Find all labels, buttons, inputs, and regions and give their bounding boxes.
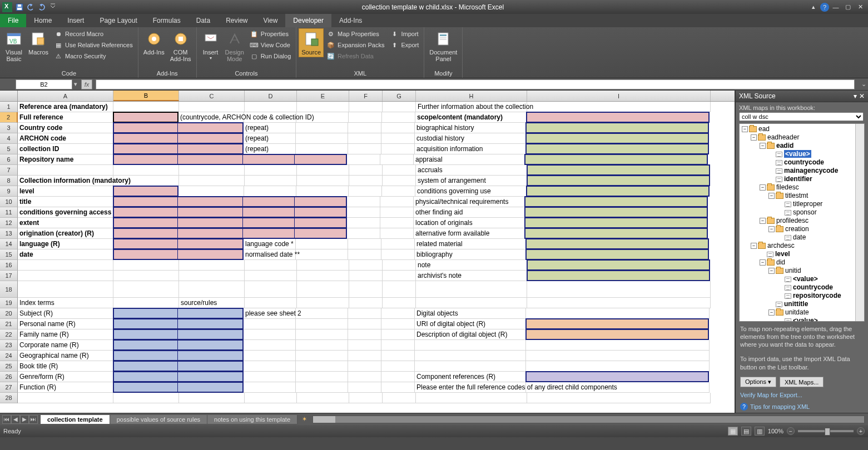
cell-B4[interactable] — [113, 133, 178, 144]
cell-H14[interactable]: related material — [415, 239, 526, 249]
cell-B21[interactable] — [113, 318, 178, 329]
cell-E20[interactable] — [296, 308, 348, 319]
cell-A20[interactable]: Subject (R) — [18, 308, 113, 319]
tree-node[interactable]: −eadid<value>countrycodemainagencycodeid… — [760, 142, 863, 183]
page-layout-view-icon[interactable]: ▤ — [741, 427, 751, 436]
cell-B20[interactable] — [113, 308, 178, 319]
cell-F9[interactable] — [349, 186, 382, 197]
sheet-tab-0[interactable]: collection template — [40, 414, 110, 424]
cell-I26[interactable] — [525, 371, 709, 382]
cell-G24[interactable] — [381, 351, 415, 361]
cell-E24[interactable] — [296, 351, 348, 361]
cell-B15[interactable] — [113, 249, 178, 260]
cell-E1[interactable] — [297, 102, 349, 112]
normal-view-icon[interactable]: ▦ — [728, 427, 738, 436]
tree-node[interactable]: repositorycode — [777, 292, 863, 300]
com-addins-button[interactable]: COMAdd-Ins — [167, 28, 194, 64]
row-header[interactable]: 11 — [0, 207, 18, 218]
cell-A27[interactable]: Function (R) — [18, 382, 113, 393]
insert-control-button[interactable]: Insert ▾ — [199, 28, 222, 62]
cell-H17[interactable]: archivist's note — [416, 271, 527, 281]
cell-D18[interactable] — [245, 281, 297, 298]
cell-B6[interactable] — [113, 154, 178, 165]
cell-I9[interactable] — [526, 186, 710, 197]
cell-A4[interactable]: ARCHON code — [18, 133, 113, 144]
cell-H25[interactable] — [415, 361, 526, 372]
column-header-I[interactable]: I — [527, 91, 711, 101]
visual-basic-button[interactable]: VB VisualBasic — [2, 28, 26, 64]
cell-G18[interactable] — [383, 281, 416, 298]
qat-customize-icon[interactable] — [48, 2, 58, 12]
cell-H21[interactable]: URI of digital object (R) — [415, 319, 526, 329]
cell-H4[interactable]: custodial history — [415, 133, 526, 144]
cell-H13[interactable]: alternative form available — [414, 228, 525, 239]
cell-E19[interactable] — [297, 298, 349, 308]
cell-G27[interactable] — [381, 382, 415, 393]
close-icon[interactable]: ✕ — [855, 3, 866, 12]
row-header[interactable]: 2 — [0, 112, 18, 123]
cell-B1[interactable] — [113, 102, 179, 112]
tips-link[interactable]: ? Tips for mapping XML — [736, 401, 868, 413]
cell-D12[interactable] — [243, 217, 295, 228]
cell-F18[interactable] — [349, 281, 383, 298]
insert-sheet-icon[interactable]: ✶ — [299, 415, 309, 424]
macros-button[interactable]: Macros — [26, 28, 51, 57]
cell-F7[interactable] — [349, 165, 383, 176]
tree-node[interactable]: sponsor — [777, 208, 863, 217]
row-header[interactable]: 10 — [0, 197, 18, 207]
cell-A6[interactable]: Repository name — [18, 154, 113, 165]
cell-D6[interactable] — [243, 154, 295, 165]
row-header[interactable]: 7 — [0, 165, 18, 176]
xml-tree[interactable]: −ead−eadheader−eadid<value>countrycodema… — [739, 123, 865, 322]
cell-E23[interactable] — [296, 340, 348, 351]
column-header-B[interactable]: B — [113, 91, 179, 101]
cell-H28[interactable] — [416, 393, 527, 403]
cell-G15[interactable] — [381, 249, 415, 260]
cell-E7[interactable] — [297, 165, 349, 176]
cell-D26[interactable] — [244, 372, 296, 382]
tree-node[interactable]: −eadheader−eadid<value>countrycodemainag… — [751, 133, 863, 242]
cell-H5[interactable]: acquisition information — [415, 144, 526, 154]
row-header[interactable]: 21 — [0, 319, 18, 329]
tab-developer[interactable]: Developer — [285, 14, 331, 27]
cell-E17[interactable] — [297, 271, 349, 281]
cell-C5[interactable] — [178, 143, 244, 154]
cell-D27[interactable] — [244, 382, 296, 393]
xml-map-select[interactable]: coll w dsc — [739, 112, 864, 121]
cell-A2[interactable]: Full reference — [18, 112, 113, 123]
cell-I12[interactable] — [524, 217, 708, 228]
cell-C16[interactable] — [179, 260, 245, 271]
cell-C25[interactable] — [178, 361, 244, 372]
cell-B24[interactable] — [113, 350, 178, 361]
cell-I18[interactable] — [527, 281, 711, 298]
cell-A10[interactable]: title — [18, 197, 113, 207]
worksheet-grid[interactable]: ABCDEFGHI 1Reference area (mandatory)Fur… — [0, 91, 735, 413]
cell-C23[interactable] — [178, 339, 244, 351]
cell-A25[interactable]: Book title (R) — [18, 361, 113, 372]
cell-D23[interactable] — [244, 340, 296, 351]
save-icon[interactable] — [14, 2, 24, 12]
cell-B5[interactable] — [113, 143, 178, 154]
cell-F2[interactable] — [349, 112, 382, 123]
tab-formulas[interactable]: Formulas — [145, 14, 189, 27]
document-panel-button[interactable]: DocumentPanel — [426, 28, 460, 64]
cell-E15[interactable] — [296, 249, 348, 260]
undo-icon[interactable] — [26, 2, 36, 12]
cell-E28[interactable] — [297, 393, 349, 403]
row-header[interactable]: 18 — [0, 281, 18, 298]
tree-node[interactable]: level — [760, 250, 863, 258]
tree-node[interactable]: −titlestmttitlepropersponsor — [768, 192, 863, 217]
cell-F15[interactable] — [348, 249, 381, 260]
cell-C8[interactable] — [179, 176, 245, 186]
cell-G4[interactable] — [381, 133, 415, 144]
expansion-packs-button[interactable]: 📦Expansion Packs — [324, 39, 387, 51]
taskpane-dropdown-icon[interactable]: ▾ — [854, 92, 857, 100]
cell-H9[interactable]: conditions governing use — [415, 186, 527, 197]
column-header-G[interactable]: G — [383, 91, 416, 101]
cell-E9[interactable] — [296, 186, 349, 197]
cell-A13[interactable]: origination (creator) (R) — [18, 228, 113, 239]
row-header[interactable]: 5 — [0, 144, 18, 154]
cell-C27[interactable] — [178, 382, 244, 393]
cell-C24[interactable] — [178, 350, 244, 361]
cell-E27[interactable] — [296, 382, 348, 393]
